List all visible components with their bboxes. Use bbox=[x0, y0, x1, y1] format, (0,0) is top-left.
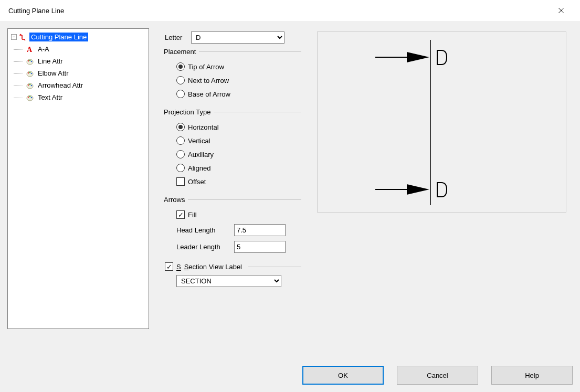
leader-length-input[interactable] bbox=[234, 241, 286, 253]
svg-marker-21 bbox=[407, 184, 429, 195]
letter-a-icon: A bbox=[26, 45, 34, 54]
section-view-label: Section View Label bbox=[184, 263, 242, 271]
help-button[interactable]: Help bbox=[491, 366, 573, 385]
projection-legend: Projection Type bbox=[164, 108, 214, 116]
fill-checkbox[interactable] bbox=[176, 210, 185, 219]
section-view-select[interactable]: SECTION bbox=[176, 275, 281, 287]
close-icon bbox=[558, 7, 564, 14]
svg-point-12 bbox=[31, 84, 33, 86]
head-length-label: Head Length bbox=[176, 226, 234, 234]
preview-pane bbox=[317, 31, 566, 213]
tree-item-label: A-A bbox=[36, 45, 51, 54]
tree-collapse-icon[interactable]: − bbox=[11, 34, 17, 40]
projection-option-label: Auxiliary bbox=[188, 151, 214, 158]
palette-icon bbox=[26, 81, 34, 90]
tree-root[interactable]: − Cutting Plane Line bbox=[11, 31, 145, 43]
svg-marker-19 bbox=[407, 52, 429, 62]
svg-point-3 bbox=[29, 59, 31, 61]
svg-point-16 bbox=[31, 97, 33, 98]
letter-label: Letter bbox=[165, 34, 191, 41]
placement-option-label: Base of Arrow bbox=[188, 90, 230, 98]
svg-point-11 bbox=[29, 83, 31, 85]
section-view-checkbox[interactable] bbox=[165, 262, 173, 271]
offset-checkbox[interactable] bbox=[176, 177, 185, 186]
letter-select[interactable]: D bbox=[191, 31, 284, 44]
arrows-group: Arrows Fill Head Length Leader Length bbox=[165, 196, 301, 257]
arrows-legend: Arrows bbox=[164, 196, 188, 204]
projection-horizontal-radio[interactable] bbox=[176, 123, 185, 131]
cutting-plane-icon bbox=[19, 33, 27, 41]
svg-point-15 bbox=[29, 96, 31, 97]
cancel-button[interactable]: Cancel bbox=[397, 366, 478, 385]
projection-option-label: Horizontal bbox=[188, 123, 219, 131]
projection-aligned-radio[interactable] bbox=[176, 164, 185, 172]
svg-point-8 bbox=[31, 72, 33, 74]
tree-item-aa[interactable]: A A-A bbox=[11, 43, 145, 55]
ok-button[interactable]: OK bbox=[302, 366, 384, 385]
palette-icon bbox=[26, 57, 34, 66]
svg-point-10 bbox=[28, 84, 29, 86]
svg-point-2 bbox=[28, 60, 29, 61]
tree-item-label: Elbow Attr bbox=[36, 69, 70, 78]
projection-group: Projection Type Horizontal Vertical Auxi… bbox=[165, 108, 301, 190]
leader-length-label: Leader Length bbox=[176, 243, 234, 251]
tree-item-label: Line Attr bbox=[36, 57, 65, 66]
tree-item-text-attr[interactable]: Text Attr bbox=[11, 91, 145, 103]
svg-point-6 bbox=[28, 72, 29, 73]
palette-icon bbox=[26, 93, 34, 102]
projection-option-label: Aligned bbox=[188, 164, 210, 172]
head-length-input[interactable] bbox=[234, 224, 286, 236]
svg-point-14 bbox=[28, 96, 29, 98]
projection-auxiliary-radio[interactable] bbox=[176, 150, 185, 158]
svg-text:A: A bbox=[27, 46, 33, 54]
placement-option-label: Next to Arrow bbox=[188, 77, 229, 84]
placement-base-radio[interactable] bbox=[176, 90, 185, 98]
placement-legend: Placement bbox=[164, 48, 199, 56]
svg-point-4 bbox=[31, 60, 33, 62]
projection-option-label: Vertical bbox=[188, 137, 210, 145]
offset-label: Offset bbox=[188, 178, 206, 186]
placement-group: Placement Tip of Arrow Next to Arrow Bas… bbox=[165, 48, 301, 103]
tree-item-label: Text Attr bbox=[36, 93, 64, 102]
fill-label: Fill bbox=[188, 211, 197, 219]
projection-vertical-radio[interactable] bbox=[176, 136, 185, 145]
tree-item-arrowhead-attr[interactable]: Arrowhead Attr bbox=[11, 79, 145, 91]
placement-option-label: Tip of Arrow bbox=[188, 63, 224, 71]
placement-next-radio[interactable] bbox=[176, 76, 185, 84]
tree-item-label: Arrowhead Attr bbox=[36, 81, 85, 90]
palette-icon bbox=[26, 69, 34, 78]
tree-item-elbow-attr[interactable]: Elbow Attr bbox=[11, 67, 145, 79]
tree-root-label: Cutting Plane Line bbox=[29, 33, 88, 41]
placement-tip-radio[interactable] bbox=[176, 62, 185, 71]
svg-point-7 bbox=[29, 71, 31, 73]
nav-tree[interactable]: − Cutting Plane Line A A-A bbox=[7, 28, 149, 329]
tree-item-line-attr[interactable]: Line Attr bbox=[11, 55, 145, 67]
close-button[interactable] bbox=[551, 0, 572, 21]
dialog-title: Cutting Plane Line bbox=[8, 7, 64, 15]
